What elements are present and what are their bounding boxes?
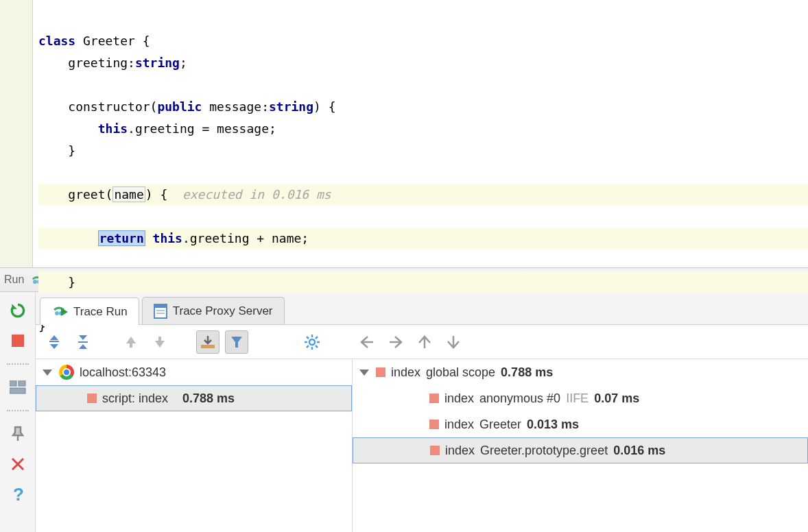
- tree-label: script: index: [102, 391, 168, 406]
- svg-text:?: ?: [13, 485, 24, 503]
- trace-marker-icon: [376, 367, 385, 377]
- code-text: Greeter {: [75, 34, 150, 48]
- twisty-down-icon[interactable]: [359, 370, 369, 376]
- tree-time: 0.788 ms: [501, 365, 553, 380]
- spy-run-icon: [51, 304, 68, 319]
- trace-marker-icon: [87, 394, 97, 403]
- code-text: .greeting = message;: [128, 121, 276, 136]
- layout-icon[interactable]: [9, 378, 27, 396]
- svg-rect-4: [19, 380, 25, 386]
- toolbar-separator: [7, 363, 29, 365]
- tree-row[interactable]: index global scope 0.788 ms: [353, 359, 808, 385]
- tree-row-root[interactable]: localhost:63343: [36, 359, 352, 385]
- tree-label: index: [445, 444, 475, 458]
- code-text: [38, 56, 68, 70]
- tree-label: index: [391, 365, 420, 380]
- code-text: greeting:: [68, 56, 135, 70]
- trace-trees: localhost:63343 script: index 0.788 ms i…: [36, 359, 808, 532]
- keyword-this: this: [98, 121, 128, 136]
- code-editor[interactable]: class Greeter { greeting:string; constru…: [0, 0, 808, 267]
- help-button[interactable]: ?: [9, 485, 27, 503]
- tree-label: index: [444, 391, 474, 406]
- svg-rect-3: [10, 380, 16, 386]
- twisty-down-icon[interactable]: [43, 370, 52, 376]
- tree-row[interactable]: index anonymous #0 IIFE 0.07 ms: [353, 385, 808, 411]
- tree-row[interactable]: index Greeter 0.013 ms: [353, 411, 808, 437]
- code-text: [145, 231, 153, 245]
- param-name-box: name: [112, 186, 145, 202]
- code-text: }: [38, 143, 75, 158]
- chrome-icon: [59, 365, 74, 380]
- trace-tree-left[interactable]: localhost:63343 script: index 0.788 ms: [36, 359, 353, 532]
- keyword-type: string: [269, 99, 313, 114]
- code-text: ;: [180, 56, 187, 70]
- tree-time: 0.07 ms: [594, 391, 639, 406]
- code-text: constructor(: [68, 99, 157, 114]
- close-button[interactable]: [9, 455, 27, 473]
- tree-label: index: [444, 418, 474, 432]
- code-text: ) {: [313, 99, 336, 114]
- trace-marker-icon: [429, 420, 439, 429]
- tree-row-script[interactable]: script: index 0.788 ms: [36, 385, 352, 411]
- tree-label: localhost:63343: [80, 365, 166, 380]
- code-text: message:: [202, 99, 269, 114]
- code-text: [38, 99, 68, 114]
- code-text: [38, 121, 98, 136]
- tree-label: global scope: [426, 365, 495, 380]
- code-content[interactable]: class Greeter { greeting:string; constru…: [33, 0, 808, 267]
- svg-point-0: [33, 280, 37, 284]
- svg-point-7: [55, 311, 59, 315]
- toolbar-separator: [7, 410, 29, 411]
- svg-rect-2: [12, 335, 24, 347]
- code-text: [38, 231, 98, 245]
- editor-gutter: [0, 0, 33, 267]
- tree-time: 0.013 ms: [527, 418, 579, 432]
- code-text: ) {: [145, 187, 182, 202]
- pin-icon[interactable]: [9, 425, 27, 443]
- keyword-public: public: [157, 99, 202, 114]
- keyword-class: class: [38, 34, 75, 48]
- stop-button[interactable]: [9, 332, 27, 350]
- trace-marker-icon: [429, 394, 439, 403]
- tree-row[interactable]: index Greeter.prototype.greet 0.016 ms: [353, 437, 808, 463]
- rerun-button[interactable]: [9, 302, 27, 319]
- run-label: Run: [4, 274, 24, 286]
- trace-tree-right[interactable]: index global scope 0.788 ms index anonym…: [353, 359, 808, 532]
- tree-time: 0.016 ms: [613, 444, 665, 458]
- code-text: greet(: [68, 187, 112, 202]
- tab-trace-run[interactable]: Trace Run: [40, 298, 139, 325]
- tree-badge: IIFE: [566, 391, 589, 406]
- tree-label: Greeter.prototype.greet: [480, 444, 608, 458]
- keyword-this: this: [153, 231, 182, 245]
- tab-label: Trace Run: [73, 305, 128, 319]
- code-text: .greeting + name;: [182, 231, 309, 245]
- code-text: }: [38, 271, 808, 293]
- keyword-type: string: [135, 56, 180, 70]
- inline-exec-hint: executed in 0.016 ms: [182, 187, 331, 202]
- tree-label: Greeter: [479, 418, 521, 432]
- tree-label: anonymous #0: [479, 391, 560, 406]
- code-text: [38, 187, 68, 202]
- tree-time: 0.788 ms: [182, 391, 235, 406]
- keyword-return-selected: return: [98, 230, 145, 246]
- trace-marker-icon: [430, 446, 440, 455]
- run-left-toolbar: ?: [0, 292, 36, 532]
- svg-rect-5: [10, 388, 25, 394]
